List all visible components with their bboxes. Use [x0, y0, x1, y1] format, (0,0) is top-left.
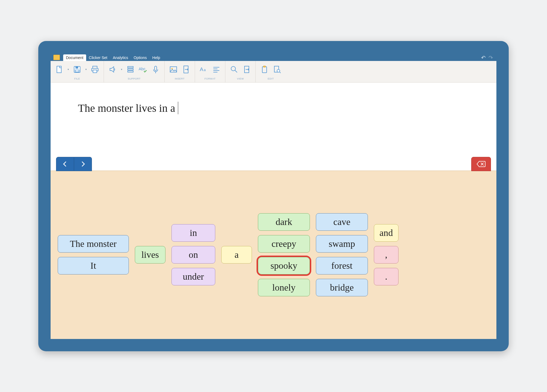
picture-icon[interactable]	[168, 65, 178, 74]
save-icon[interactable]	[72, 65, 82, 74]
svg-rect-2	[75, 66, 78, 69]
word-cell[interactable]: dark	[258, 213, 310, 231]
svg-text:a: a	[204, 68, 206, 72]
toolbar-group-label: FILE	[74, 77, 80, 80]
word-cell[interactable]: in	[171, 224, 215, 242]
word-cell[interactable]: a	[221, 246, 252, 264]
word-cell[interactable]: forest	[316, 257, 368, 274]
menu-tab-document[interactable]: Document	[63, 54, 86, 61]
toolbar-group-label: VIEW	[237, 77, 244, 80]
zoom-icon[interactable]	[229, 65, 239, 74]
prev-grid-button[interactable]	[56, 157, 74, 171]
word-cell[interactable]: It	[58, 257, 129, 274]
word-cell[interactable]: on	[171, 246, 215, 264]
toolbar-group-format: Aa FORMAT	[195, 61, 225, 82]
word-cell[interactable]: bridge	[316, 279, 368, 296]
svg-line-22	[235, 70, 237, 72]
word-cell[interactable]: cave	[316, 213, 368, 231]
font-icon[interactable]: Aa	[199, 65, 209, 74]
spellcheck-icon[interactable]: Abc	[138, 65, 148, 74]
word-cell[interactable]: lonely	[258, 279, 310, 296]
svg-rect-6	[93, 70, 97, 73]
folder-icon[interactable]	[53, 55, 60, 60]
svg-rect-8	[128, 69, 133, 70]
new-doc-icon[interactable]	[54, 65, 64, 74]
toolbar-group-support: ▾ Abc SUPPORT	[104, 61, 165, 82]
word-cell[interactable]: creepy	[258, 235, 310, 253]
word-column: darkcreepyspookylonely	[258, 213, 310, 296]
svg-rect-11	[155, 66, 157, 71]
toolbar-group-label: EDIT	[268, 77, 274, 80]
svg-line-28	[280, 72, 281, 73]
menubar: DocumentClicker SetAnalyticsOptionsHelp …	[51, 53, 496, 61]
svg-rect-7	[128, 66, 133, 68]
redo-button[interactable]: ↷	[488, 54, 493, 61]
page-break-icon[interactable]	[181, 65, 191, 74]
svg-point-13	[171, 68, 173, 69]
speaker-icon[interactable]	[108, 65, 118, 74]
svg-rect-24	[262, 67, 267, 73]
document-text: The monster lives in a	[78, 102, 178, 115]
undo-button[interactable]: ↶	[481, 54, 486, 61]
toolbar-group-file: ▾ ▾ FILE	[51, 61, 104, 82]
microphone-icon[interactable]	[151, 65, 161, 74]
text-cursor	[178, 102, 178, 114]
predictor-icon[interactable]	[126, 65, 135, 74]
svg-rect-0	[57, 66, 61, 73]
svg-point-27	[277, 69, 280, 72]
app-window: DocumentClicker SetAnalyticsOptionsHelp …	[51, 53, 496, 339]
svg-rect-4	[93, 66, 97, 68]
word-cell[interactable]: spooky	[258, 257, 310, 274]
word-column: caveswampforestbridge	[316, 213, 368, 296]
word-column: a	[221, 246, 252, 264]
backspace-button[interactable]	[471, 157, 491, 171]
device-frame: DocumentClicker SetAnalyticsOptionsHelp …	[38, 41, 509, 351]
svg-point-21	[231, 66, 235, 71]
word-cell[interactable]: and	[374, 224, 398, 242]
svg-text:A: A	[200, 66, 203, 72]
clipboard-icon[interactable]	[260, 65, 269, 74]
dropdown-indicator[interactable]: ▾	[120, 68, 123, 71]
svg-rect-25	[263, 66, 266, 67]
menu-tab-clicker-set[interactable]: Clicker Set	[86, 54, 110, 61]
word-cell[interactable]: under	[171, 268, 215, 285]
word-column: lives	[135, 246, 165, 264]
toolbar-group-view: VIEW	[225, 61, 256, 82]
svg-rect-9	[128, 71, 133, 72]
menu-tab-options[interactable]: Options	[131, 54, 150, 61]
menu-tab-analytics[interactable]: Analytics	[110, 54, 131, 61]
word-cell[interactable]: The monster	[58, 235, 129, 253]
word-column: The monsterIt	[58, 235, 129, 274]
toolbar-group-insert: INSERT	[165, 61, 195, 82]
print-icon[interactable]	[90, 65, 100, 74]
toolbar-group-label: SUPPORT	[128, 77, 141, 80]
word-cell[interactable]: .	[374, 268, 398, 285]
word-column: inonunder	[171, 224, 215, 285]
dropdown-indicator[interactable]: ▾	[67, 68, 69, 71]
word-cell[interactable]: lives	[135, 246, 165, 264]
word-column: and,.	[374, 224, 398, 285]
svg-text:Abc: Abc	[139, 67, 146, 71]
word-cell[interactable]: swamp	[316, 235, 368, 253]
svg-rect-12	[170, 67, 177, 72]
dropdown-indicator[interactable]: ▾	[85, 68, 87, 71]
next-grid-button[interactable]	[74, 157, 92, 171]
toolbar-group-edit: EDIT	[256, 61, 286, 82]
toolbar-group-label: FORMAT	[205, 77, 216, 80]
page-view-icon[interactable]	[242, 65, 252, 74]
find-icon[interactable]	[272, 65, 282, 74]
document-area[interactable]: The monster lives in a	[51, 83, 496, 171]
menu-tab-help[interactable]: Help	[150, 54, 163, 61]
word-cell[interactable]: ,	[374, 246, 398, 264]
toolbar: ▾ ▾ FILE ▾ Abc SUPPORT INSERT	[51, 61, 496, 83]
toolbar-group-label: INSERT	[175, 77, 185, 80]
word-grid: The monsterItlivesinonunderadarkcreepysp…	[51, 171, 496, 339]
align-icon[interactable]	[211, 65, 221, 74]
document-content: The monster lives in a	[78, 102, 175, 115]
